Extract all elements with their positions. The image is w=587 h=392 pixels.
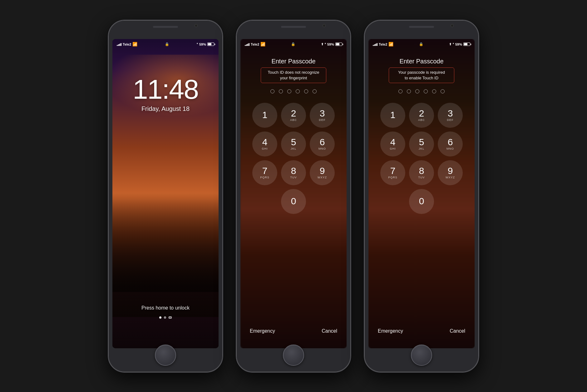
signal-bar-2 xyxy=(118,44,119,46)
signal-bars-2 xyxy=(245,43,249,46)
status-left-2: Tele2 📶 xyxy=(245,42,265,47)
status-bar-3: Tele2 📶 🔒 ⬆ *︎ 59% xyxy=(368,39,475,50)
screen-2: Tele2 📶 🔒 ⬆ *︎ 59% Enter Passcode Touch … xyxy=(240,39,347,348)
status-bar-1: Tele2 📶 🔒 *︎ 59% xyxy=(112,39,219,50)
battery-icon-3 xyxy=(463,42,470,46)
signal-bars-1 xyxy=(117,43,121,46)
status-right-2: ⬆ *︎ 59% xyxy=(321,42,342,46)
key-2-6[interactable]: 6MNO xyxy=(310,131,335,156)
key-3-4[interactable]: 4GHI xyxy=(380,131,405,156)
status-right-1: *︎ 59% xyxy=(197,42,214,46)
pin-dot-2-2 xyxy=(279,89,283,93)
key-2-5[interactable]: 5JKL xyxy=(281,131,306,156)
signal-bar-1 xyxy=(117,45,118,46)
nav-icon-3: ⬆ xyxy=(449,42,451,46)
key-2-4[interactable]: 4GHI xyxy=(252,131,277,156)
status-center-2: 🔒 xyxy=(291,42,295,46)
speaker-1 xyxy=(153,26,178,28)
pin-dot-3-2 xyxy=(407,89,411,93)
pin-dot-2-6 xyxy=(313,89,317,93)
battery-icon-1 xyxy=(207,42,214,46)
key-3-9[interactable]: 9WXYZ xyxy=(438,160,463,185)
status-bar-2: Tele2 📶 🔒 ⬆ *︎ 59% xyxy=(240,39,347,50)
lock-icon-1: 🔒 xyxy=(165,42,169,46)
key-2-1[interactable]: 1 xyxy=(252,103,277,128)
speaker-3 xyxy=(409,26,434,28)
carrier-label-2: Tele2 xyxy=(251,42,259,46)
battery-fill-3 xyxy=(464,43,467,45)
signal-bar-4 xyxy=(121,43,121,46)
lockscreen-content: 11:48 Friday, August 18 Press home to un… xyxy=(112,39,219,348)
key-3-8[interactable]: 8TUV xyxy=(409,160,434,185)
key-2-0[interactable]: 0 xyxy=(281,189,306,214)
status-center-3: 🔒 xyxy=(419,42,423,46)
screen-3: Tele2 📶 🔒 ⬆ *︎ 59% Enter Passcode Your p… xyxy=(368,39,475,348)
sb2-2 xyxy=(246,44,247,46)
carrier-label-1: Tele2 xyxy=(123,42,131,46)
key-2-empty xyxy=(252,189,277,214)
passcode-content-2: Enter Passcode Touch ID does not recogni… xyxy=(240,39,347,348)
unlock-prompt: Press home to unlock xyxy=(141,305,190,311)
lock-icon-2: 🔒 xyxy=(291,42,295,46)
sb3-2 xyxy=(374,44,375,46)
nav-icon-2: ⬆ xyxy=(321,42,323,46)
page-dot-3 xyxy=(169,316,172,319)
pin-dot-3-5 xyxy=(432,89,436,93)
key-3-7[interactable]: 7PQRS xyxy=(380,160,405,185)
key-2-7[interactable]: 7PQRS xyxy=(252,160,277,185)
key-3-3[interactable]: 3DEF xyxy=(438,103,463,128)
sb2-4 xyxy=(249,43,249,46)
key-3-5[interactable]: 5JKL xyxy=(409,131,434,156)
page-dot-1 xyxy=(159,316,161,319)
key-3-1[interactable]: 1 xyxy=(380,103,405,128)
page-dots xyxy=(159,316,172,319)
phone-3-passcode: Tele2 📶 🔒 ⬆ *︎ 59% Enter Passcode Your p… xyxy=(364,20,479,373)
key-2-3[interactable]: 3DEF xyxy=(310,103,335,128)
key-2-8[interactable]: 8TUV xyxy=(281,160,306,185)
status-center-1: 🔒 xyxy=(165,42,169,46)
sb3-1 xyxy=(373,45,374,46)
lock-time: 11:48 xyxy=(133,73,198,105)
camera-2 xyxy=(323,24,326,27)
pin-dot-2-5 xyxy=(304,89,308,93)
sb2-1 xyxy=(245,45,246,46)
battery-pct-1: 59% xyxy=(199,42,206,46)
key-3-empty xyxy=(380,189,405,214)
key-2-2[interactable]: 2ABC xyxy=(281,103,306,128)
phone-2-passcode: Tele2 📶 🔒 ⬆ *︎ 59% Enter Passcode Touch … xyxy=(236,20,351,373)
carrier-label-3: Tele2 xyxy=(379,42,387,46)
passcode-title-2: Enter Passcode xyxy=(271,58,315,65)
key-2-del xyxy=(310,189,335,214)
battery-pct-3: 59% xyxy=(455,42,462,46)
key-2-9[interactable]: 9WXYZ xyxy=(310,160,335,185)
passcode-message-2: Touch ID does not recognize your fingerp… xyxy=(261,67,326,83)
camera-1 xyxy=(195,24,198,27)
bluetooth-icon-3: *︎ xyxy=(453,42,454,46)
pin-dot-3-4 xyxy=(424,89,428,93)
key-3-6[interactable]: 6MNO xyxy=(438,131,463,156)
keypad-3: 1 2ABC 3DEF 4GHI 5JKL 6MNO 7PQRS 8TUV 9W… xyxy=(380,103,463,214)
pin-dot-3-3 xyxy=(415,89,419,93)
speaker-2 xyxy=(281,26,306,28)
status-left-3: Tele2 📶 xyxy=(373,42,393,47)
pin-dot-2-3 xyxy=(287,89,291,93)
signal-bars-3 xyxy=(373,43,377,46)
signal-bar-3 xyxy=(119,44,120,46)
camera-3 xyxy=(451,24,454,27)
pin-dot-2-1 xyxy=(270,89,274,93)
pin-dots-3 xyxy=(398,89,445,93)
lock-icon-3: 🔒 xyxy=(419,42,423,46)
battery-pct-2: 59% xyxy=(327,42,334,46)
sb3-3 xyxy=(375,44,376,46)
battery-fill-2 xyxy=(336,43,339,45)
wifi-icon-3: 📶 xyxy=(388,42,393,47)
screen-1: Tele2 📶 🔒 *︎ 59% 11:48 Friday, August 18… xyxy=(112,39,219,348)
key-3-0[interactable]: 0 xyxy=(409,189,434,214)
key-3-2[interactable]: 2ABC xyxy=(409,103,434,128)
passcode-msg-3-text: Your passcode is requiredto enable Touch… xyxy=(398,70,445,80)
passcode-content-3: Enter Passcode Your passcode is required… xyxy=(368,39,475,348)
pin-dots-2 xyxy=(270,89,317,93)
pin-dot-3-6 xyxy=(441,89,445,93)
status-left-1: Tele2 📶 xyxy=(117,42,137,47)
pin-dot-2-4 xyxy=(296,89,300,93)
